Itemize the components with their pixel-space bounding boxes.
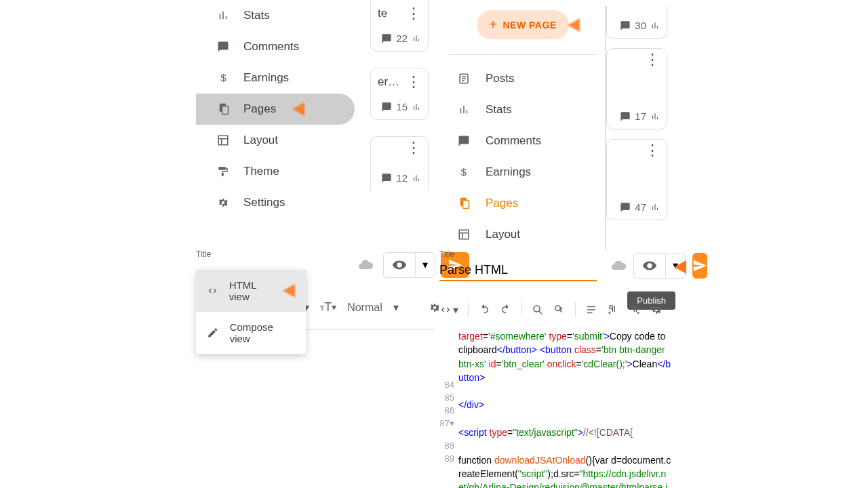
editor-header-right: Title ▾ Publish xyxy=(439,249,673,281)
bar-chart-icon xyxy=(650,203,660,212)
plus-icon: + xyxy=(489,17,497,33)
pages-icon xyxy=(216,103,230,115)
divider xyxy=(449,54,597,55)
comment-icon xyxy=(620,20,631,31)
title-input[interactable] xyxy=(439,260,597,281)
pointer-arrow-icon xyxy=(674,260,686,274)
bar-chart-icon xyxy=(216,9,230,22)
send-icon xyxy=(692,258,707,273)
sidebar-label: Comments xyxy=(243,40,299,54)
comment-icon xyxy=(381,33,392,44)
code-view-toggle[interactable]: ▾ xyxy=(439,304,458,317)
cloud-icon xyxy=(353,253,378,277)
content-card: ⋮ 12 xyxy=(370,136,429,190)
comment-count: 15 xyxy=(396,101,408,113)
bar-chart-icon xyxy=(650,112,660,121)
code-editor[interactable]: 84 85 86 87▾ 88 89 target='#somewhere' t… xyxy=(434,329,671,488)
comment-icon xyxy=(620,111,631,122)
new-page-button[interactable]: + NEW PAGE xyxy=(477,10,568,39)
comment-count: 17 xyxy=(635,110,646,122)
card-text-peek: er… xyxy=(378,75,399,89)
content-card: ⋮ 17 xyxy=(606,48,667,129)
pencil-icon xyxy=(207,327,219,339)
svg-text:$: $ xyxy=(461,166,467,178)
code-icon xyxy=(207,285,218,297)
comment-count: 30 xyxy=(635,20,646,31)
code-content[interactable]: target='#somewhere' type='submit'>Copy c… xyxy=(458,329,671,488)
svg-rect-11 xyxy=(459,230,469,239)
sidebar-item-layout[interactable]: Layout xyxy=(196,125,355,156)
code-toolbar: ▾ xyxy=(439,302,670,317)
preview-button[interactable]: ▾ xyxy=(383,252,435,278)
more-icon[interactable]: ⋮ xyxy=(406,144,421,152)
pointer-arrow-icon xyxy=(568,18,580,32)
sidebar-item-stats[interactable]: Stats xyxy=(196,0,355,31)
more-icon[interactable]: ⋮ xyxy=(406,78,421,86)
gear-icon[interactable] xyxy=(650,304,663,316)
svg-point-14 xyxy=(534,306,540,312)
sidebar-label: Stats xyxy=(486,103,512,117)
format-icon[interactable] xyxy=(585,304,597,316)
roller-icon xyxy=(216,165,230,178)
undo-icon[interactable] xyxy=(478,304,490,316)
find-replace-icon[interactable] xyxy=(553,304,566,316)
rtl-icon[interactable] xyxy=(607,304,619,316)
more-icon[interactable]: ⋮ xyxy=(406,9,421,18)
comment-icon xyxy=(457,135,471,147)
chevron-down-icon[interactable]: ▾ xyxy=(393,301,399,314)
sidebar-label: Stats xyxy=(243,9,270,22)
redo-icon[interactable] xyxy=(500,304,512,316)
sidebar-item-pages[interactable]: Pages xyxy=(196,94,355,125)
sidebar-label: Layout xyxy=(486,228,520,241)
dollar-icon: $ xyxy=(457,166,471,178)
search-icon[interactable] xyxy=(532,304,544,316)
sidebar-item-pages[interactable]: Pages xyxy=(441,188,605,219)
peek-cards-right: 30 ⋮ 17 ⋮ 47 xyxy=(606,6,667,220)
sidebar-label: Layout xyxy=(243,134,278,147)
sidebar-label: Pages xyxy=(486,197,518,210)
sidebar-item-stats[interactable]: Stats xyxy=(441,94,605,125)
comment-icon xyxy=(216,41,230,53)
sidebar-item-earnings[interactable]: $ Earnings xyxy=(196,62,355,94)
sidebar-label: Settings xyxy=(243,196,285,209)
sidebar-item-theme[interactable]: Theme xyxy=(196,156,355,187)
sidebar-item-settings[interactable]: Settings xyxy=(196,187,355,218)
text-size-icon[interactable]: тT▾ xyxy=(320,300,336,314)
sidebar-label: Comments xyxy=(486,134,541,148)
pages-icon xyxy=(457,197,471,209)
sidebar-label: Pages xyxy=(243,102,276,116)
html-view-option[interactable]: HTML view xyxy=(196,270,306,312)
dollar-icon: $ xyxy=(216,72,230,84)
pointer-arrow-icon xyxy=(292,102,304,116)
sidebar-label: Posts xyxy=(486,72,515,85)
bar-chart-icon xyxy=(650,21,660,30)
document-icon xyxy=(457,73,471,85)
layout-icon xyxy=(216,134,230,146)
gear-icon[interactable] xyxy=(429,302,441,314)
sidebar-item-layout[interactable]: Layout xyxy=(441,219,605,250)
line-gutter: 84 85 86 87▾ 88 89 xyxy=(434,329,458,488)
chevron-down-icon[interactable]: ▾ xyxy=(415,253,435,277)
comment-count: 12 xyxy=(396,172,408,184)
pointer-arrow-icon xyxy=(283,284,295,298)
compose-view-option[interactable]: Compose view xyxy=(196,312,306,354)
ltr-icon[interactable] xyxy=(629,304,641,316)
svg-rect-1 xyxy=(218,136,228,145)
eye-icon xyxy=(634,258,665,273)
sidebar-item-posts[interactable]: Posts xyxy=(441,63,605,94)
content-card: ⋮ 47 xyxy=(606,139,667,220)
sidebar-item-earnings[interactable]: $ Earnings xyxy=(441,157,605,188)
more-icon[interactable]: ⋮ xyxy=(645,146,660,155)
comment-icon xyxy=(381,173,392,184)
card-text-peek: te xyxy=(378,7,387,20)
more-icon[interactable]: ⋮ xyxy=(645,56,660,64)
cloud-icon xyxy=(610,253,627,278)
comment-count: 22 xyxy=(396,33,408,44)
svg-line-15 xyxy=(539,311,542,314)
sidebar-item-comments[interactable]: Comments xyxy=(441,125,605,157)
sidebar-item-comments[interactable]: Comments xyxy=(196,31,355,62)
title-label: Title xyxy=(439,249,597,259)
comment-count: 47 xyxy=(635,201,646,213)
publish-button[interactable] xyxy=(692,253,707,279)
paragraph-style[interactable]: Normal xyxy=(347,302,382,314)
